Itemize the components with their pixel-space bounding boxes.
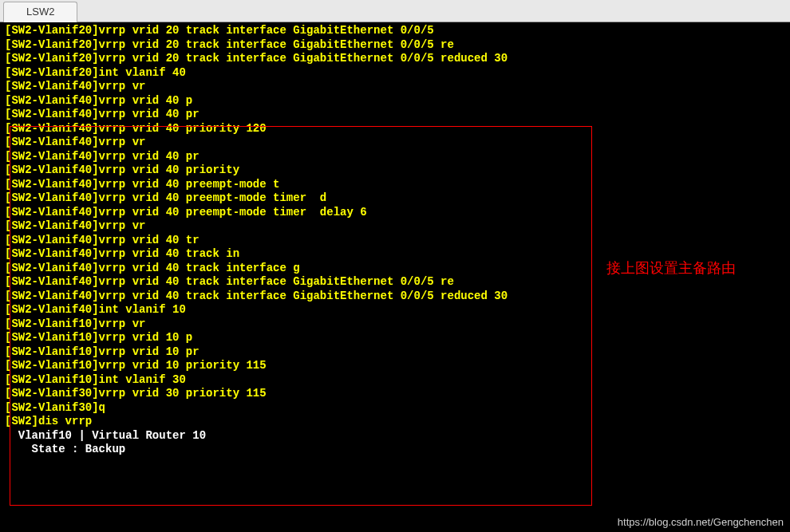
- terminal-line: [SW2-Vlanif40]vrrp vrid 40 track interfa…: [5, 290, 785, 304]
- terminal-line: [SW2-Vlanif20]vrrp vrid 20 track interfa…: [5, 38, 785, 53]
- terminal-line: [SW2-Vlanif20]vrrp vrid 20 track interfa…: [5, 52, 785, 66]
- tab-bar: LSW2: [0, 0, 790, 22]
- terminal-line: [SW2-Vlanif40]vrrp vr: [5, 219, 785, 234]
- terminal-line: [SW2-Vlanif40]vrrp vr: [5, 136, 785, 150]
- terminal-line: [SW2]dis vrrp: [5, 415, 785, 429]
- terminal-line: [SW2-Vlanif10]vrrp vrid 10 p: [5, 331, 785, 345]
- terminal-line: [SW2-Vlanif40]vrrp vrid 40 preempt-mode …: [5, 191, 785, 206]
- terminal-line: Vlanif10 | Virtual Router 10: [5, 429, 785, 443]
- terminal-line: [SW2-Vlanif30]q: [5, 401, 785, 416]
- terminal-line: [SW2-Vlanif10]vrrp vr: [5, 317, 785, 332]
- terminal-line: [SW2-Vlanif10]vrrp vrid 10 pr: [5, 345, 785, 360]
- terminal-line: [SW2-Vlanif40]vrrp vrid 40 preempt-mode …: [5, 178, 785, 192]
- terminal-line: [SW2-Vlanif40]vrrp vrid 40 tr: [5, 234, 785, 248]
- terminal-line: [SW2-Vlanif40]vrrp vrid 40 priority 120: [5, 122, 785, 136]
- terminal-line: [SW2-Vlanif40]vrrp vrid 40 pr: [5, 150, 785, 164]
- terminal-line: [SW2-Vlanif40]vrrp vrid 40 pr: [5, 108, 785, 122]
- terminal-line: [SW2-Vlanif10]vrrp vrid 10 priority 115: [5, 359, 785, 373]
- terminal-line: [SW2-Vlanif20]int vlanif 40: [5, 66, 785, 81]
- terminal-line: [SW2-Vlanif40]vrrp vrid 40 priority: [5, 164, 785, 178]
- terminal-line: State : Backup: [5, 443, 785, 457]
- tab-lsw2[interactable]: LSW2: [3, 2, 77, 22]
- terminal-line: [SW2-Vlanif40]int vlanif 10: [5, 303, 785, 317]
- annotation-text: 接上图设置主备路由: [606, 258, 736, 278]
- terminal-line: [SW2-Vlanif10]int vlanif 30: [5, 373, 785, 388]
- terminal-line: [SW2-Vlanif40]vrrp vrid 40 p: [5, 94, 785, 108]
- watermark-text: https://blog.csdn.net/Gengchenchen: [618, 515, 784, 530]
- terminal-line: [SW2-Vlanif20]vrrp vrid 20 track interfa…: [5, 24, 785, 38]
- terminal-line: [SW2-Vlanif40]vrrp vr: [5, 80, 785, 94]
- terminal-output[interactable]: [SW2-Vlanif20]vrrp vrid 20 track interfa…: [0, 22, 790, 532]
- terminal-line: [SW2-Vlanif30]vrrp vrid 30 priority 115: [5, 387, 785, 401]
- terminal-line: [SW2-Vlanif40]vrrp vrid 40 preempt-mode …: [5, 206, 785, 220]
